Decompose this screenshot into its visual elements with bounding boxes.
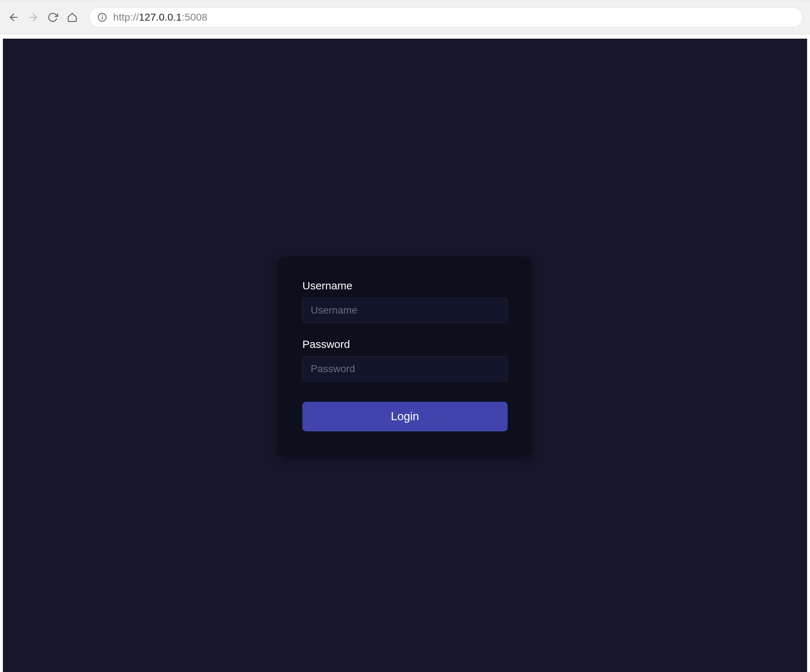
login-button[interactable]: Login xyxy=(302,402,508,431)
browser-toolbar: http://127.0.0.1:5008 xyxy=(0,0,810,34)
forward-button[interactable] xyxy=(27,11,40,24)
page-content: Username Password Login xyxy=(3,39,807,672)
password-label: Password xyxy=(302,338,508,350)
arrow-left-icon xyxy=(8,12,20,23)
login-card: Username Password Login xyxy=(278,257,532,454)
password-input[interactable] xyxy=(302,356,508,382)
reload-button[interactable] xyxy=(46,11,59,24)
password-group: Password xyxy=(302,338,508,382)
url-scheme: http:// xyxy=(113,12,139,23)
url-text: http://127.0.0.1:5008 xyxy=(113,12,208,23)
info-icon xyxy=(98,13,107,22)
site-info-button[interactable] xyxy=(97,12,107,22)
home-button[interactable] xyxy=(66,11,79,24)
reload-icon xyxy=(47,12,58,23)
username-group: Username xyxy=(302,280,508,323)
arrow-right-icon xyxy=(27,12,39,23)
home-icon xyxy=(67,12,78,23)
back-button[interactable] xyxy=(7,11,20,24)
url-port: :5008 xyxy=(182,12,208,23)
address-bar[interactable]: http://127.0.0.1:5008 xyxy=(89,7,803,27)
page-viewport: Username Password Login xyxy=(0,34,810,672)
username-input[interactable] xyxy=(302,298,508,323)
url-host: 127.0.0.1 xyxy=(139,12,182,23)
username-label: Username xyxy=(302,280,508,292)
